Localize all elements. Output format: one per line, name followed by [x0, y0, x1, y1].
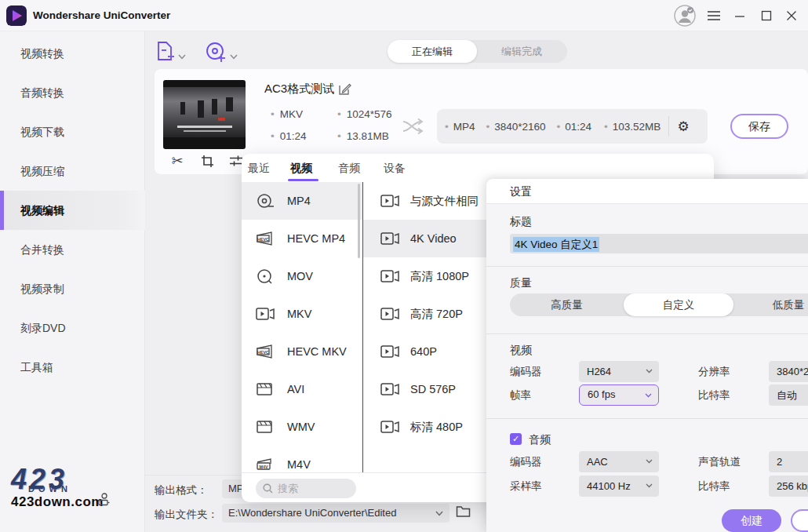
source-size: 13.81MB — [337, 129, 389, 144]
section-divider — [486, 418, 808, 419]
output-folder-select[interactable]: E:\Wondershare UniConverter\Edited — [222, 504, 449, 523]
format-item-hevc-mp4[interactable]: HEVC HEVC MP4 — [242, 220, 362, 257]
video-thumbnail[interactable] — [163, 80, 246, 149]
framerate-label: 帧率 — [510, 384, 531, 406]
audio-encoder-label: 编码器 — [510, 451, 542, 472]
settings-title: 设置 — [510, 179, 532, 204]
quality-option-high[interactable]: 高质量 — [510, 293, 624, 316]
output-folder-label: 输出文件夹： — [155, 508, 218, 522]
app-logo-icon — [6, 5, 27, 26]
resolution-label: 分辨率 — [698, 361, 730, 382]
svg-text:M4V: M4V — [259, 465, 268, 469]
sidebar-item-video-download[interactable]: 视频下载 — [0, 112, 145, 151]
audio-encoder-select[interactable]: AAC — [579, 451, 659, 472]
source-resolution: 1024*576 — [337, 107, 392, 122]
output-settings-gear-icon[interactable]: ⚙ — [677, 118, 689, 135]
search-icon — [263, 483, 273, 494]
quality-label: 质量 — [510, 276, 532, 290]
title-bar: Wondershare UniConverter — [0, 0, 808, 31]
crop-icon[interactable] — [199, 153, 215, 169]
format-item-mkv[interactable]: MKV — [242, 295, 362, 333]
convert-shuffle-icon — [402, 118, 424, 138]
menu-icon[interactable] — [705, 8, 722, 24]
output-folder-path: E:\Wondershare UniConverter\Edited — [228, 507, 396, 519]
sidebar-item-burn-dvd[interactable]: 刻录DVD — [0, 308, 145, 348]
uniconverter-window: Wondershare UniConverter 视频转换 音频转换 视频下载 — [0, 0, 808, 532]
output-size: 103.52MB — [604, 121, 661, 133]
close-button[interactable] — [783, 8, 800, 24]
section-divider — [486, 333, 808, 334]
svg-text:HEVC: HEVC — [257, 350, 269, 355]
section-divider — [486, 266, 808, 267]
output-duration: 01:24 — [557, 121, 592, 133]
audio-bitrate-label: 比特率 — [698, 476, 730, 497]
audio-checkbox[interactable]: ✓ — [510, 433, 522, 445]
maximize-button[interactable] — [758, 8, 775, 24]
minimize-button[interactable] — [731, 8, 748, 24]
trim-scissors-icon[interactable]: ✂ — [169, 153, 185, 169]
pill-divider — [668, 116, 669, 137]
popup-tab-device[interactable]: 设备 — [384, 154, 406, 182]
quality-option-custom[interactable]: 自定义 — [624, 293, 733, 316]
popup-tab-recent[interactable]: 最近 — [248, 154, 270, 182]
add-disc-button[interactable] — [206, 42, 227, 65]
create-button[interactable]: 创建 — [722, 509, 781, 532]
samplerate-label: 采样率 — [510, 476, 542, 497]
output-format: MP4 — [445, 121, 475, 133]
settings-panel: 设置 标题 4K Video 自定义1 质量 高质量 自定义 低质量 视频 编码… — [486, 179, 808, 532]
title-input[interactable]: 4K Video 自定义1 — [510, 234, 808, 253]
rename-icon[interactable] — [338, 82, 351, 99]
source-duration: 01:24 — [271, 129, 307, 144]
output-format-label: 输出格式： — [155, 483, 208, 497]
open-folder-icon[interactable] — [456, 505, 471, 521]
video-section-label: 视频 — [510, 344, 532, 358]
sidebar-item-video-edit[interactable]: 视频编辑 — [0, 191, 145, 230]
sidebar-item-audio-convert[interactable]: 音频转换 — [0, 73, 145, 112]
samplerate-select[interactable]: 44100 Hz — [579, 476, 659, 497]
account-avatar[interactable] — [673, 4, 697, 27]
editing-state-tabs: 正在编辑 编辑完成 — [388, 40, 567, 63]
title-label: 标题 — [510, 215, 532, 229]
quality-option-low[interactable]: 低质量 — [733, 293, 808, 316]
format-item-hevc-mkv[interactable]: HEVC HEVC MKV — [242, 333, 362, 370]
secondary-button-partial[interactable] — [791, 509, 808, 532]
sidebar-item-video-convert[interactable]: 视频转换 — [0, 34, 145, 73]
sidebar-item-toolbox[interactable]: 工具箱 — [0, 348, 145, 387]
active-tab-underline — [288, 179, 318, 181]
audio-section-label: 音频 — [529, 433, 551, 447]
framerate-select[interactable]: 60 fps — [579, 384, 659, 406]
resolution-value-field[interactable]: 3840*2160 — [769, 361, 808, 382]
format-item-avi[interactable]: AVI — [242, 370, 362, 408]
format-item-mov[interactable]: MOV — [242, 257, 362, 295]
sidebar-item-screen-record[interactable]: 视频录制 — [0, 269, 145, 308]
channel-field[interactable]: 2 — [769, 451, 808, 472]
format-list-scrollbar[interactable] — [358, 184, 360, 258]
add-disc-chevron-icon[interactable] — [230, 49, 238, 63]
output-resolution: 3840*2160 — [486, 121, 546, 133]
channel-label: 声音轨道 — [698, 451, 741, 472]
add-file-chevron-icon[interactable] — [178, 49, 186, 63]
video-bitrate-label: 比特率 — [698, 384, 730, 406]
popup-tab-video[interactable]: 视频 — [290, 154, 312, 182]
format-item-mp4[interactable]: MP4 — [242, 182, 362, 220]
sidebar-item-merge-convert[interactable]: 合并转换 — [0, 230, 145, 269]
tab-edit-done[interactable]: 编辑完成 — [477, 40, 566, 63]
tab-editing[interactable]: 正在编辑 — [388, 40, 477, 63]
watermark-423down: 423 DOWN 423down.com — [11, 468, 129, 511]
title-input-selected-text: 4K Video 自定义1 — [513, 237, 599, 252]
chevron-down-icon — [645, 393, 652, 398]
format-item-wmv[interactable]: WMV — [242, 408, 362, 446]
video-encoder-select[interactable]: H264 — [579, 361, 659, 382]
audio-bitrate-field[interactable]: 256 kbps — [769, 476, 808, 497]
save-button[interactable]: 保存 — [730, 114, 788, 139]
search-input[interactable] — [278, 483, 344, 494]
sidebar-item-video-compress[interactable]: 视频压缩 — [0, 151, 145, 191]
add-file-button[interactable] — [155, 41, 176, 65]
popup-tab-audio[interactable]: 音频 — [338, 154, 360, 182]
chevron-down-icon — [646, 459, 653, 464]
folder-chevron-down-icon — [435, 511, 443, 516]
search-box[interactable] — [256, 479, 356, 498]
settings-header: 设置 — [486, 179, 808, 204]
watermark-text-down: DOWN — [28, 484, 129, 494]
video-bitrate-field[interactable]: 自动 — [769, 384, 808, 406]
